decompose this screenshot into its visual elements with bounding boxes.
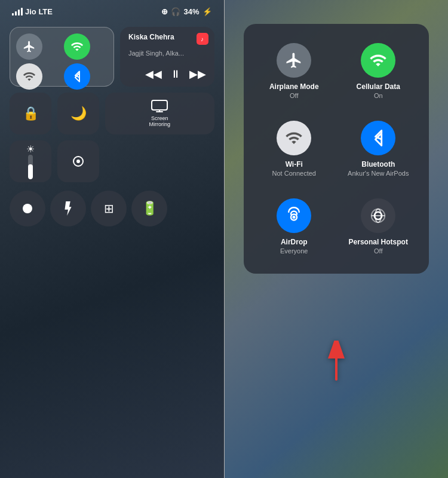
hotspot-icon-wrap [361, 198, 395, 233]
exp-bluetooth[interactable]: Bluetooth Ankur's New AirPods [337, 111, 419, 186]
exp-cellular-data[interactable]: Cellular Data On [337, 33, 419, 109]
bluetooth-label: Bluetooth [361, 160, 395, 168]
airdrop-icon [285, 207, 303, 225]
media-controls: ◀◀ ⏸ ▶▶ [128, 68, 206, 81]
lock-icon: 🔒 [23, 106, 39, 121]
exp-airdrop[interactable]: AirDrop Everyone [253, 189, 335, 264]
calculator-icon: ⊞ [104, 201, 114, 216]
svg-point-2 [76, 160, 80, 163]
media-artist: Jagjit Singh, Alka... [128, 50, 206, 57]
focus-btn[interactable] [57, 140, 99, 182]
wifi-icon [285, 129, 303, 147]
airplane-icon [285, 51, 303, 69]
media-tile: ♪ Kiska Chehra Jagjit Singh, Alka... ◀◀ … [120, 27, 214, 87]
battery-btn[interactable]: 🔋 [131, 191, 167, 226]
status-left: Jio LTE [12, 7, 53, 16]
cc-row-3: ☀ [10, 140, 214, 182]
status-bar: Jio LTE ⊕ 🎧 34% ⚡ [0, 0, 224, 21]
battery-icon: 🔋 [142, 201, 158, 216]
flashlight-btn[interactable] [50, 191, 86, 226]
airplane-mode-label: Airplane Mode [269, 82, 319, 91]
svg-point-5 [293, 216, 296, 219]
cellular-data-status: On [374, 92, 383, 99]
hotspot-status: Off [374, 247, 382, 255]
apple-music-icon: ♪ [197, 33, 208, 45]
record-icon [20, 201, 35, 216]
screen-mirror-icon [151, 100, 168, 113]
airdrop-icon-wrap [277, 198, 311, 233]
cellular-data-icon-wrap [361, 43, 395, 78]
airdrop-status: Everyone [280, 247, 308, 255]
network-tile[interactable] [10, 27, 114, 87]
brightness-slider[interactable]: ☀ [10, 140, 51, 182]
bluetooth-icon-wrap [361, 121, 395, 155]
record-btn[interactable] [10, 191, 45, 226]
cellular-icon [369, 51, 387, 69]
right-panel: Airplane Mode Off Cellular Data On Wi-Fi… [225, 0, 449, 478]
cc-row-2: 🔒 🌙 ScreenMirroring [10, 93, 214, 134]
cc-row-1: ♪ Kiska Chehra Jagjit Singh, Alka... ◀◀ … [10, 27, 214, 87]
calculator-btn[interactable]: ⊞ [91, 191, 127, 226]
focus-icon [70, 155, 87, 168]
svg-point-3 [23, 204, 32, 213]
signal-bars [12, 8, 23, 16]
exp-personal-hotspot[interactable]: Personal Hotspot Off [337, 189, 419, 264]
svg-rect-0 [152, 100, 167, 110]
airplane-mode-status: Off [290, 92, 298, 99]
battery-icon: ⚡ [202, 7, 212, 16]
cellular-btn[interactable] [64, 33, 90, 60]
bluetooth-icon [372, 128, 385, 148]
airplane-mode-icon-wrap [277, 43, 311, 78]
status-right: ⊕ 🎧 34% ⚡ [161, 7, 211, 16]
play-pause-btn[interactable]: ⏸ [170, 68, 181, 81]
cc-grid: ♪ Kiska Chehra Jagjit Singh, Alka... ◀◀ … [0, 21, 224, 232]
expanded-network-panel: Airplane Mode Off Cellular Data On Wi-Fi… [244, 24, 429, 274]
arrow-indicator [324, 341, 348, 382]
battery-label: 34% [183, 7, 199, 16]
cellular-data-label: Cellular Data [357, 82, 400, 91]
wifi-btn[interactable] [16, 63, 42, 90]
airdrop-label: AirDrop [281, 238, 308, 246]
hotspot-label: Personal Hotspot [349, 238, 408, 246]
brightness-icon: ☀ [26, 143, 35, 155]
location-icon: ⊕ [161, 7, 168, 16]
media-title: Kiska Chehra [128, 33, 206, 41]
wifi-label: Wi-Fi [286, 160, 303, 168]
wifi-status: Not Connected [272, 170, 316, 177]
headphone-icon: 🎧 [171, 7, 180, 16]
next-btn[interactable]: ▶▶ [189, 68, 206, 81]
prev-btn[interactable]: ◀◀ [145, 68, 162, 81]
bluetooth-btn[interactable] [64, 63, 90, 90]
arrow-container [324, 341, 348, 382]
left-panel: Jio LTE ⊕ 🎧 34% ⚡ [0, 0, 224, 478]
rotation-lock-btn[interactable]: 🔒 [10, 93, 51, 134]
carrier-label: Jio LTE [25, 7, 53, 16]
exp-airplane-mode[interactable]: Airplane Mode Off [253, 33, 335, 109]
screen-mirror-label: ScreenMirroring [149, 115, 170, 127]
flashlight-icon [62, 201, 74, 216]
exp-wifi[interactable]: Wi-Fi Not Connected [253, 111, 335, 186]
cc-row-4: ⊞ 🔋 [10, 191, 214, 226]
hotspot-icon [369, 207, 387, 225]
airplane-btn[interactable] [16, 33, 42, 60]
moon-icon: 🌙 [70, 106, 87, 121]
do-not-disturb-btn[interactable]: 🌙 [57, 93, 99, 134]
bluetooth-status: Ankur's New AirPods [348, 170, 409, 177]
wifi-icon-wrap [277, 121, 311, 155]
screen-mirroring-btn[interactable]: ScreenMirroring [105, 93, 214, 134]
